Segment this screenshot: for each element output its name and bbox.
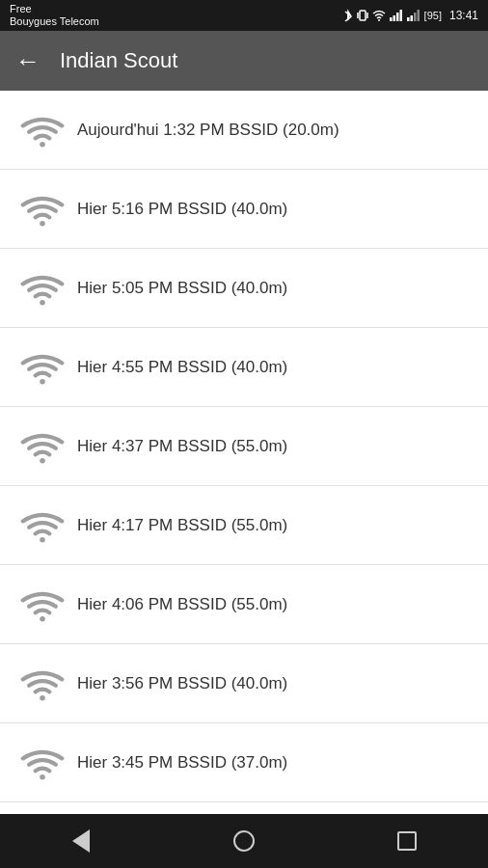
svg-point-13 (40, 142, 45, 148)
page-title: Indian Scout (60, 48, 177, 73)
list-item[interactable]: Hier 4:55 PM BSSID (40.0m) (0, 328, 488, 407)
list-item-text: Hier 3:45 PM BSSID (37.0m) (77, 753, 287, 773)
wifi-icon (15, 182, 69, 236)
svg-rect-7 (396, 13, 399, 21)
svg-point-19 (40, 616, 45, 622)
signal-icon (390, 10, 403, 21)
back-triangle-icon (72, 829, 90, 853)
back-button[interactable]: ← (15, 48, 41, 73)
status-bar: Free Bouygues Telecom (0, 0, 488, 31)
nav-back-button[interactable] (52, 829, 110, 853)
home-circle-icon (233, 830, 255, 852)
list-item-text: Hier 4:55 PM BSSID (40.0m) (77, 358, 287, 377)
wifi-history-list: Aujourd'hui 1:32 PM BSSID (20.0m) Hier 5… (0, 91, 488, 814)
wifi-icon (15, 657, 69, 711)
wifi-icon (15, 736, 69, 790)
carrier-info: Free Bouygues Telecom (10, 3, 99, 28)
app-bar: ← Indian Scout (0, 31, 488, 91)
list-item[interactable]: Aujourd'hui 1:32 PM BSSID (20.0m) (0, 91, 488, 170)
wifi-icon (15, 261, 69, 315)
list-item[interactable]: Hier 3:45 PM BSSID (37.0m) (0, 723, 488, 802)
wifi-status-icon (372, 10, 386, 21)
svg-rect-8 (399, 10, 402, 21)
battery-display: [95] (424, 10, 442, 21)
list-item[interactable]: Hier 4:06 PM BSSID (55.0m) (0, 565, 488, 644)
time-label: 13:41 (449, 9, 478, 22)
carrier2-label: Bouygues Telecom (10, 15, 99, 28)
list-item[interactable]: Hier 4:17 PM BSSID (55.0m) (0, 486, 488, 565)
list-item[interactable]: Hier 5:16 PM BSSID (40.0m) (0, 170, 488, 249)
bluetooth-icon (343, 9, 353, 22)
svg-point-15 (40, 300, 45, 306)
wifi-icon (15, 578, 69, 632)
wifi-icon (15, 340, 69, 394)
svg-rect-12 (417, 10, 420, 21)
status-icons: [95] 13:41 (343, 9, 478, 22)
battery-level: 95 (427, 10, 439, 21)
list-item[interactable]: Hier 4:37 PM BSSID (55.0m) (0, 407, 488, 486)
svg-rect-1 (360, 11, 366, 20)
nav-bar (0, 814, 488, 868)
svg-point-21 (40, 774, 45, 780)
list-item-text: Hier 4:06 PM BSSID (55.0m) (77, 595, 287, 614)
svg-point-20 (40, 695, 45, 701)
vibrate-icon (357, 9, 368, 22)
list-item-text: Hier 4:37 PM BSSID (55.0m) (77, 437, 287, 456)
list-item[interactable]: Hier 3:56 PM BSSID (40.0m) (0, 644, 488, 723)
list-item-text: Hier 5:16 PM BSSID (40.0m) (77, 200, 287, 219)
wifi-icon (15, 103, 69, 157)
svg-rect-11 (414, 13, 417, 21)
list-item-text: Aujourd'hui 1:32 PM BSSID (20.0m) (77, 121, 339, 140)
list-item[interactable]: Hier 5:05 PM BSSID (40.0m) (0, 249, 488, 328)
wifi-icon (15, 499, 69, 553)
svg-rect-6 (393, 15, 395, 21)
list-item-text: Hier 5:05 PM BSSID (40.0m) (77, 279, 287, 298)
list-item-text: Hier 3:56 PM BSSID (40.0m) (77, 674, 287, 693)
svg-point-16 (40, 379, 45, 385)
wifi-icon (15, 420, 69, 474)
nav-home-button[interactable] (215, 830, 273, 852)
svg-point-17 (40, 458, 45, 464)
carrier1-label: Free (10, 3, 99, 15)
svg-rect-9 (407, 17, 410, 21)
svg-rect-5 (390, 17, 393, 21)
svg-rect-10 (410, 15, 413, 21)
recents-square-icon (397, 831, 417, 851)
svg-point-4 (378, 19, 380, 21)
list-item-text: Hier 4:17 PM BSSID (55.0m) (77, 516, 287, 535)
svg-point-14 (40, 221, 45, 227)
signal2-icon (407, 10, 420, 21)
nav-recents-button[interactable] (378, 831, 436, 851)
svg-point-18 (40, 537, 45, 543)
